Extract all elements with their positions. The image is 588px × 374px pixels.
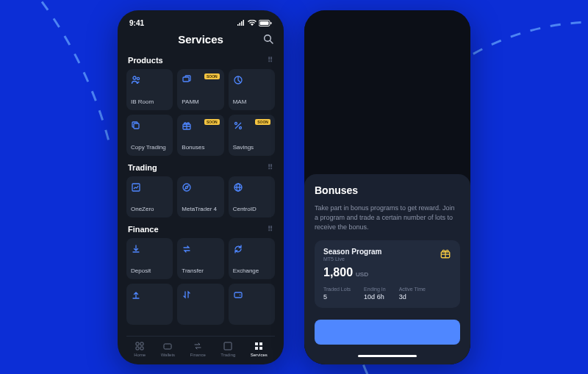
page-title: Services [138, 33, 263, 46]
svg-point-13 [234, 122, 237, 124]
finance-history[interactable] [177, 284, 223, 325]
svg-rect-31 [259, 347, 262, 350]
download-icon [131, 244, 141, 254]
gift-icon [182, 121, 192, 131]
product-copy-trading[interactable]: Copy Trading [126, 115, 173, 156]
trading-onezero[interactable]: OneZero [126, 176, 173, 217]
section-finance-header: Finance ⠿ [128, 225, 273, 234]
finance-withdraw[interactable] [126, 284, 173, 325]
svg-rect-20 [234, 292, 242, 298]
users-icon [131, 75, 141, 85]
svg-rect-10 [134, 123, 139, 129]
reorder-handle-icon[interactable]: ⠿ [268, 56, 273, 64]
svg-rect-27 [224, 342, 232, 350]
bonuses-sheet-screen: Bonuses Take part in bonus programs to g… [304, 10, 470, 364]
svg-line-12 [235, 123, 241, 129]
product-mam[interactable]: MAM [229, 69, 275, 110]
svg-rect-25 [140, 347, 143, 350]
svg-rect-28 [255, 342, 258, 345]
pie-icon [233, 75, 243, 85]
status-indicators [237, 20, 272, 26]
svg-point-7 [137, 77, 139, 79]
soon-badge: Soon [255, 119, 270, 125]
finance-exchange[interactable]: Exchange [229, 238, 275, 279]
percent-icon [233, 121, 243, 131]
svg-point-6 [133, 76, 136, 79]
home-icon [135, 341, 145, 351]
sheet-title: Bonuses [315, 184, 460, 196]
soon-badge: Soon [204, 119, 220, 125]
sheet-description: Take part in bonus programs to get rewar… [315, 204, 460, 232]
compass-icon [182, 182, 192, 193]
layers-icon [182, 75, 192, 85]
reorder-handle-icon[interactable]: ⠿ [268, 225, 273, 233]
tab-home[interactable]: Home [134, 341, 146, 357]
status-bar: 9:41 [126, 18, 275, 33]
stat-traded-lots: Traded Lots 5 [323, 287, 351, 301]
stat-ending-in: Ending In 10d 6h [364, 287, 386, 301]
chart-icon [131, 182, 141, 193]
product-pamm[interactable]: Soon PAMM [177, 69, 223, 110]
svg-rect-29 [259, 342, 262, 345]
svg-rect-8 [183, 77, 189, 82]
svg-rect-26 [164, 344, 171, 349]
screen-header: Services [126, 33, 275, 53]
bonus-amount: 1,800 USD [323, 266, 451, 279]
svg-rect-2 [260, 21, 269, 25]
svg-point-14 [239, 126, 241, 129]
product-bonuses[interactable]: Soon Bonuses [177, 115, 223, 156]
grid-icon [254, 341, 264, 351]
tab-trading[interactable]: Trading [220, 341, 235, 357]
refresh-icon [233, 244, 243, 254]
section-products-header: Products ⠿ [128, 56, 273, 65]
chart-icon [223, 341, 233, 351]
trading-centroid[interactable]: CentroID [229, 176, 275, 217]
finance-deposit[interactable]: Deposit [126, 238, 173, 279]
svg-point-16 [183, 184, 190, 191]
reorder-handle-icon[interactable]: ⠿ [268, 163, 273, 171]
product-savings[interactable]: Soon Savings [229, 115, 275, 156]
status-time: 9:41 [129, 19, 144, 27]
bonus-program-card[interactable]: Season Program MT5 Live 1,800 USD Traded… [315, 240, 460, 308]
sort-icon [182, 290, 192, 300]
svg-rect-22 [136, 342, 139, 345]
soon-badge: Soon [204, 73, 220, 79]
program-subtitle: MT5 Live [323, 256, 381, 262]
search-icon[interactable] [263, 34, 273, 44]
upload-icon [131, 290, 141, 300]
copy-icon [131, 121, 141, 131]
svg-rect-3 [270, 22, 272, 24]
program-title: Season Program [323, 248, 381, 256]
svg-rect-30 [255, 347, 258, 350]
tab-services[interactable]: Services [251, 341, 268, 357]
bonuses-bottom-sheet: Bonuses Take part in bonus programs to g… [304, 174, 470, 364]
finance-transfer[interactable]: Transfer [177, 238, 223, 279]
stat-active-time: Active Time 3d [399, 287, 426, 301]
gift-icon [440, 248, 451, 259]
wallet-icon [162, 341, 173, 351]
section-trading-header: Trading ⠿ [128, 163, 273, 172]
tab-finance[interactable]: Finance [190, 341, 205, 357]
wallet-icon [233, 290, 243, 300]
tab-bar: Home Wallets Finance Trading Services [126, 336, 275, 359]
home-indicator [358, 355, 417, 357]
services-scroll[interactable]: Products ⠿ IB Room Soon PAMM MAM [126, 53, 275, 336]
product-ib-room[interactable]: IB Room [126, 69, 173, 110]
trading-metatrader4[interactable]: MetaTrader 4 [177, 176, 223, 217]
swap-icon [193, 341, 203, 351]
services-screen: 9:41 Services Products ⠿ IB Room [118, 10, 284, 364]
primary-cta-button[interactable] [315, 320, 460, 345]
svg-line-5 [270, 41, 273, 44]
globe-icon [233, 182, 243, 193]
svg-rect-23 [140, 342, 143, 345]
tab-wallets[interactable]: Wallets [161, 341, 175, 357]
svg-point-21 [239, 294, 240, 295]
svg-rect-24 [136, 347, 139, 350]
finance-wallet[interactable] [229, 284, 275, 325]
swap-icon [182, 244, 192, 254]
